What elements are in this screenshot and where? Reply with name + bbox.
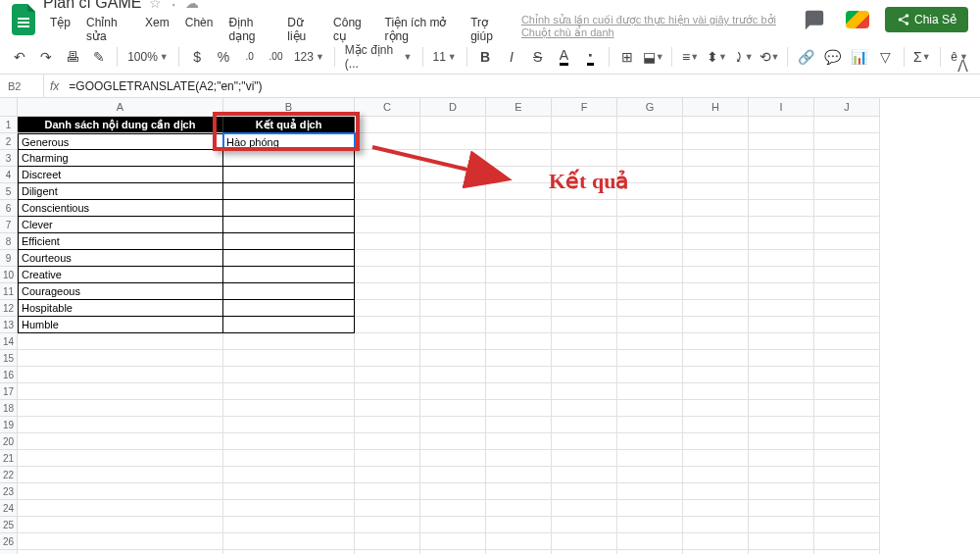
cell[interactable]: [552, 400, 617, 417]
col-header-h[interactable]: H: [683, 98, 749, 117]
cell[interactable]: [552, 217, 617, 233]
cell[interactable]: [486, 167, 552, 183]
zoom-select[interactable]: 100%▼: [123, 48, 172, 66]
comments-icon[interactable]: [799, 4, 830, 35]
row-header[interactable]: 22: [0, 467, 18, 483]
menu-help[interactable]: Trợ giúp: [464, 14, 512, 45]
cell[interactable]: [420, 400, 486, 417]
cell[interactable]: [617, 133, 683, 150]
cell[interactable]: [749, 500, 814, 517]
cell[interactable]: [18, 350, 223, 367]
print-button[interactable]: 🖶: [61, 44, 85, 70]
align-horiz-button[interactable]: ≡▼: [678, 44, 703, 70]
cell-b6[interactable]: [223, 200, 355, 217]
row-header[interactable]: 23: [0, 483, 18, 500]
cell[interactable]: [486, 133, 552, 150]
cell[interactable]: [749, 483, 814, 500]
bold-button[interactable]: B: [473, 44, 498, 70]
cell[interactable]: [18, 450, 223, 467]
cell-a10[interactable]: Creative: [18, 267, 223, 283]
cell[interactable]: [683, 117, 749, 133]
cell[interactable]: [814, 500, 880, 517]
cell[interactable]: [683, 267, 749, 283]
cell[interactable]: [683, 533, 749, 550]
row-header[interactable]: 25: [0, 517, 18, 533]
col-header-e[interactable]: E: [486, 98, 552, 117]
sheets-logo-icon[interactable]: [12, 4, 35, 35]
cell[interactable]: [683, 150, 749, 167]
cell[interactable]: [486, 450, 552, 467]
cell[interactable]: [814, 250, 880, 267]
cell[interactable]: [486, 250, 552, 267]
cell[interactable]: [814, 183, 880, 200]
cell[interactable]: [420, 517, 486, 533]
currency-button[interactable]: $: [185, 44, 210, 70]
more-formats-select[interactable]: 123▼: [290, 48, 328, 66]
cell[interactable]: [749, 317, 814, 333]
cell[interactable]: [683, 367, 749, 383]
cell[interactable]: [486, 333, 552, 350]
cell[interactable]: [552, 433, 617, 450]
cell-b11[interactable]: [223, 283, 355, 300]
cell[interactable]: [749, 450, 814, 467]
cell[interactable]: [355, 200, 420, 217]
cell[interactable]: [683, 467, 749, 483]
cell[interactable]: [18, 500, 223, 517]
col-header-b[interactable]: B: [223, 98, 355, 117]
cell[interactable]: [355, 533, 420, 550]
cell[interactable]: [617, 267, 683, 283]
cell[interactable]: [223, 467, 355, 483]
cell[interactable]: [617, 333, 683, 350]
cell[interactable]: [683, 200, 749, 217]
cell[interactable]: [683, 383, 749, 400]
row-header[interactable]: 11: [0, 283, 18, 300]
cell-a12[interactable]: Hospitable: [18, 300, 223, 317]
row-header[interactable]: 10: [0, 267, 18, 283]
cell[interactable]: [355, 300, 420, 317]
cell[interactable]: [223, 367, 355, 383]
cell[interactable]: [355, 550, 420, 554]
cell[interactable]: [814, 300, 880, 317]
cell[interactable]: [617, 467, 683, 483]
row-header[interactable]: 17: [0, 383, 18, 400]
cell[interactable]: [355, 467, 420, 483]
cell[interactable]: [223, 433, 355, 450]
cell[interactable]: [18, 483, 223, 500]
strikethrough-button[interactable]: S: [525, 44, 550, 70]
col-header-c[interactable]: C: [355, 98, 420, 117]
cell[interactable]: [814, 167, 880, 183]
cell[interactable]: [420, 550, 486, 554]
cell[interactable]: [552, 383, 617, 400]
cell[interactable]: [223, 483, 355, 500]
cell[interactable]: [486, 500, 552, 517]
cell[interactable]: [814, 550, 880, 554]
cell[interactable]: [617, 483, 683, 500]
cell[interactable]: [420, 300, 486, 317]
cell[interactable]: [749, 417, 814, 433]
cell[interactable]: [18, 433, 223, 450]
rotate-button[interactable]: ⟲▼: [758, 44, 782, 70]
cell-b12[interactable]: [223, 300, 355, 317]
cell[interactable]: [355, 333, 420, 350]
cell[interactable]: [683, 500, 749, 517]
link-button[interactable]: 🔗: [794, 44, 818, 70]
percent-button[interactable]: %: [212, 44, 236, 70]
cell[interactable]: [814, 517, 880, 533]
cell-b1[interactable]: Kết quả dịch: [223, 117, 355, 133]
cell-a9[interactable]: Courteous: [18, 250, 223, 267]
cell[interactable]: [814, 333, 880, 350]
cell-a6[interactable]: Conscientious: [18, 200, 223, 217]
star-icon[interactable]: ☆: [149, 0, 162, 11]
cell[interactable]: [749, 517, 814, 533]
cell[interactable]: [552, 200, 617, 217]
cell[interactable]: [420, 450, 486, 467]
cell[interactable]: [617, 217, 683, 233]
cell[interactable]: [223, 450, 355, 467]
cell[interactable]: [814, 283, 880, 300]
cell[interactable]: [420, 233, 486, 250]
cell[interactable]: [749, 550, 814, 554]
cell[interactable]: [486, 483, 552, 500]
cell[interactable]: [749, 200, 814, 217]
cell[interactable]: [486, 283, 552, 300]
cell[interactable]: [18, 383, 223, 400]
